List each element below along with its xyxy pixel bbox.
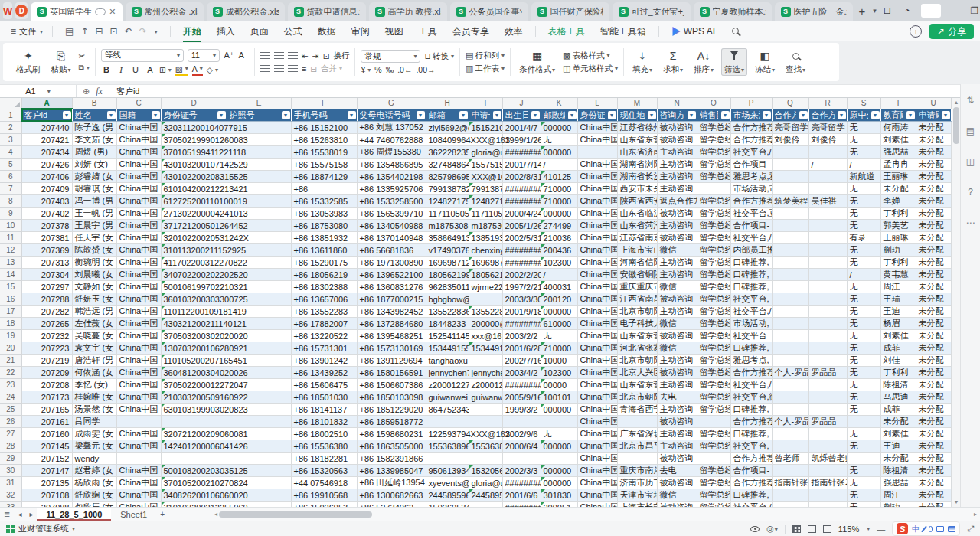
cell-O18[interactable]: 留学总经理 (697, 318, 730, 330)
table-header-cell-Q1[interactable]: 合作方公▼ (772, 109, 808, 122)
cell-K11[interactable]: 210036 (541, 232, 577, 244)
cell-A6[interactable]: 207406 (21, 171, 72, 183)
cell-M23[interactable]: 山东省东营 (617, 379, 657, 391)
cell-P25[interactable]: 口碑推荐, (730, 404, 772, 416)
cell-T30[interactable]: 陈祖清 (880, 465, 916, 477)
cell-I17[interactable]: 135522836 (469, 306, 502, 318)
cell-T4[interactable]: 强思喆 (880, 146, 916, 159)
cell-A17[interactable]: 207282 (21, 306, 72, 318)
wrap-text-button[interactable]: ⊡ (323, 51, 330, 60)
filter-dropdown-icon[interactable]: ▼ (531, 111, 540, 119)
cell-D30[interactable]: 500108200203035125 (161, 465, 227, 477)
cell-L20[interactable]: China中国 (577, 342, 617, 355)
cell-S21[interactable]: 无 (847, 355, 880, 367)
cell-K16[interactable]: 200120 (541, 293, 577, 306)
cell-P8[interactable]: 合作方推荐 (730, 195, 772, 208)
cell-C16[interactable]: China中国 (116, 293, 161, 306)
more-icon[interactable]: ⋯ (966, 217, 975, 228)
cell-Q15[interactable] (772, 281, 808, 293)
cell-I21[interactable] (469, 355, 502, 367)
cell-T16[interactable]: 王瑞 (880, 293, 916, 306)
cell-N13[interactable]: 主动咨询 (657, 257, 697, 269)
row-header-5[interactable]: 5 (0, 159, 21, 171)
cell-D26[interactable] (161, 416, 227, 428)
cell-C22[interactable]: China中国 (116, 367, 161, 379)
underline-button[interactable]: U (130, 65, 141, 74)
cell-C3[interactable]: China中国 (116, 134, 161, 146)
cell-G32[interactable]: +86 1300682663 (357, 489, 426, 502)
file-menu[interactable]: ≡ 文件▾ (6, 26, 47, 38)
cell-O4[interactable]: 留学总经理 (697, 146, 730, 159)
cell-G14[interactable]: +86 1396522100 (357, 269, 426, 281)
row-header-25[interactable]: 25 (0, 404, 21, 416)
cell-S23[interactable]: 无 (847, 379, 880, 391)
cell-D2[interactable]: 320311200104077915 (161, 122, 227, 134)
cell-P12[interactable]: 内部员工推 (730, 244, 772, 257)
cell-N7[interactable]: 主动咨询 (657, 183, 697, 195)
cell-D21[interactable]: 110105200207165451 (161, 355, 227, 367)
filter-dropdown-icon[interactable]: ▼ (906, 111, 915, 119)
cell-H22[interactable]: jennychen7 (426, 367, 469, 379)
cell-T9[interactable]: 丁利利 (880, 208, 916, 220)
cell-C26[interactable] (116, 416, 161, 428)
cell-D9[interactable]: 271302200004241013 (161, 208, 227, 220)
cell-C31[interactable]: China中国 (116, 477, 161, 489)
cell-R14[interactable] (808, 269, 847, 281)
cell-M12[interactable]: 上海市宝山 (617, 244, 657, 257)
cell-B9[interactable]: 王一帆 (男 (72, 208, 116, 220)
menu-tab-6[interactable]: 审阅 (344, 23, 377, 41)
menu-tab-10[interactable]: 效率 (497, 23, 531, 41)
cell-C6[interactable]: China中国 (116, 171, 161, 183)
cell-O3[interactable]: 留学总经理 (697, 134, 730, 146)
wps-ai-button[interactable]: WPS AI (664, 24, 723, 39)
cell-G2[interactable]: +86 刘慧 137052 (357, 122, 426, 134)
filter-dropdown-icon[interactable]: ▼ (217, 111, 226, 119)
cell-R4[interactable] (808, 146, 847, 159)
cell-H8[interactable]: 124827175 (426, 195, 469, 208)
column-header-A[interactable]: A (21, 98, 72, 109)
cell-B4[interactable]: 周煜 (男) (72, 146, 116, 159)
cell-P28[interactable]: 社交平台, (730, 440, 772, 453)
cell-J22[interactable]: 2003/4/2 (502, 367, 541, 379)
cell-U19[interactable]: 未分配 (916, 330, 951, 342)
cut-button[interactable]: ✂ (79, 51, 90, 60)
cell-B20[interactable]: 袁文宇 (女 (72, 342, 116, 355)
cell-S5[interactable]: / (847, 159, 880, 171)
cell-L22[interactable]: China中国 (577, 367, 617, 379)
cell-G6[interactable]: +86 1354402198 (357, 171, 426, 183)
cell-O20[interactable]: 留学总经理 (697, 342, 730, 355)
cell-J20[interactable]: 2001/6/28 (502, 342, 541, 355)
cell-P3[interactable]: 合作方推荐 (730, 134, 772, 146)
cell-J16[interactable]: 2003/3/30 (502, 293, 541, 306)
cell-T28[interactable]: 王迪 (880, 440, 916, 453)
cell-J33[interactable]: ######## (502, 502, 541, 508)
cell-K24[interactable]: 100101 (541, 391, 577, 404)
cell-Q22[interactable]: 个人-罗晶 (772, 367, 808, 379)
cell-D4[interactable]: 370105199411221118 (161, 146, 227, 159)
filter-dropdown-icon[interactable]: ▼ (459, 111, 468, 119)
cell-N33[interactable]: 被动咨询 (657, 502, 697, 508)
table-header-cell-H1[interactable]: 邮箱▼ (426, 109, 469, 122)
recenter-icon[interactable]: ◎▾ (766, 524, 778, 534)
cell-F3[interactable]: +86 15263810 (291, 134, 357, 146)
cell-M20[interactable]: 河北省张家 (617, 342, 657, 355)
search-button[interactable] (724, 24, 746, 39)
cell-P32[interactable]: 口碑推荐, (730, 489, 772, 502)
cell-S15[interactable]: 无 (847, 281, 880, 293)
cell-O30[interactable]: 留学总经理 (697, 465, 730, 477)
cell-R10[interactable] (808, 220, 847, 232)
cell-C19[interactable]: China中国 (116, 330, 161, 342)
column-header-O[interactable]: O (697, 98, 730, 109)
cell-A11[interactable]: 207381 (21, 232, 72, 244)
column-header-J[interactable]: J (502, 98, 541, 109)
decrease-font-icon[interactable]: A⁻ (238, 51, 249, 60)
cell-D6[interactable]: 430102200208315525 (161, 171, 227, 183)
cell-L26[interactable]: China中国 (577, 416, 617, 428)
cell-B6[interactable]: 彭睿婧 (女 (72, 171, 116, 183)
cell-H18[interactable]: 18448233 (426, 318, 469, 330)
worksheet-button[interactable]: ▥工作表▾ (466, 64, 505, 74)
cell-H31[interactable]: xyevents@ (426, 477, 469, 489)
cell-G27[interactable]: +86 1598680231 (357, 428, 426, 440)
cell-B31[interactable]: 杨欣雨 (女 (72, 477, 116, 489)
cell-J24[interactable]: 2005/9/16 (502, 391, 541, 404)
